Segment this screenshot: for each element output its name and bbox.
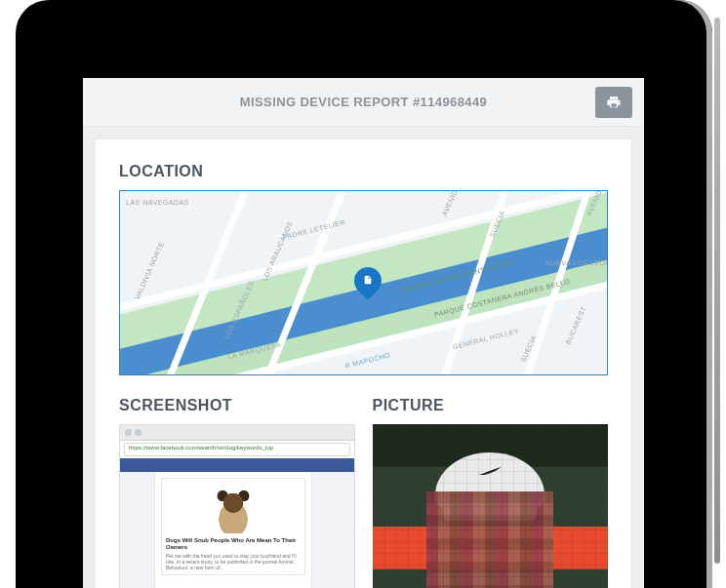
screenshot-thumbnail[interactable]: https://www.facebook.com/search/str/dog/… <box>119 424 355 588</box>
document-icon <box>363 274 373 288</box>
browser-url: https://www.facebook.com/search/str/dog/… <box>124 443 350 456</box>
report-header: MISSING DEVICE REPORT #114968449 <box>83 78 644 127</box>
street-label: LAS NAVEGADAS <box>126 199 189 206</box>
street-label: VALDIVIA NORTE <box>134 241 165 300</box>
fb-header <box>120 458 354 472</box>
street-label: BUCAREST <box>564 305 587 345</box>
browser-tabs <box>120 425 354 441</box>
fb-post: Dogs Will Snub People Who Are Mean To Th… <box>161 478 305 575</box>
post-sub: Pet me with the hand you used to slap yo… <box>166 553 301 570</box>
fb-left-rail <box>120 472 155 588</box>
app-viewport: MISSING DEVICE REPORT #114968449 LOCATIO… <box>83 78 644 588</box>
street-label: AVENIDA <box>441 190 461 216</box>
pixelation-overlay <box>373 424 609 588</box>
fb-feed: Dogs Will Snub People Who Are Mean To Th… <box>155 472 311 588</box>
street-label: NUEVA LOS LEONES <box>545 259 608 266</box>
picture-heading: PICTURE <box>373 397 609 414</box>
report-title: MISSING DEVICE REPORT #114968449 <box>240 95 487 109</box>
dog-image <box>207 487 260 533</box>
river-label: R MAPOCHO <box>344 351 391 369</box>
post-headline: Dogs Will Snub People Who Are Mean To Th… <box>166 537 301 551</box>
fb-right-rail <box>311 472 354 588</box>
print-button[interactable] <box>595 87 632 118</box>
location-heading: LOCATION <box>119 163 608 180</box>
report-panel: LOCATION LAS NAVEGADAS PADRE LETELIER LO… <box>95 138 632 588</box>
screenshot-heading: SCREENSHOT <box>119 397 355 414</box>
fb-body: Dogs Will Snub People Who Are Mean To Th… <box>120 472 354 588</box>
location-map[interactable]: LAS NAVEGADAS PADRE LETELIER LOS ARAUCAN… <box>119 190 608 375</box>
print-icon <box>606 95 622 110</box>
webcam-picture[interactable] <box>373 424 609 588</box>
